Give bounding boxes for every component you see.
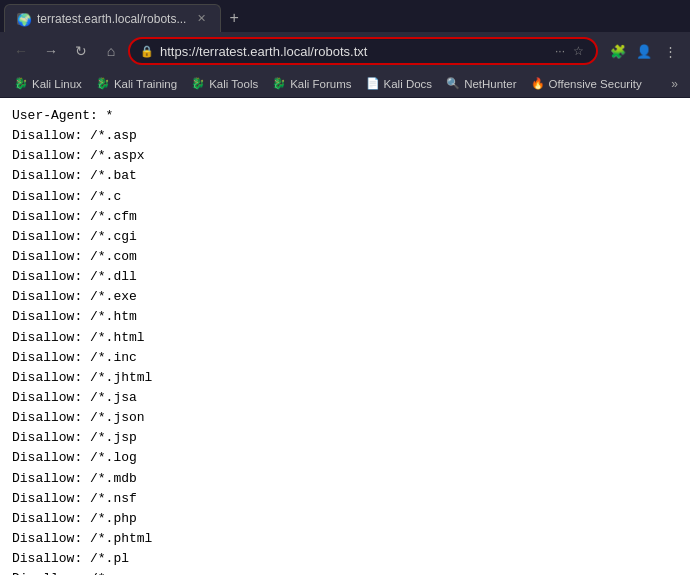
reload-icon: ↻ [75, 43, 87, 59]
robots-line-com: Disallow: /*.com [12, 247, 678, 267]
bookmark-kali-forums-label: Kali Forums [290, 78, 351, 90]
kali-forums-icon: 🐉 [272, 77, 286, 90]
robots-line-pl: Disallow: /*.pl [12, 549, 678, 569]
robots-line-asp: Disallow: /*.asp [12, 126, 678, 146]
kali-linux-icon: 🐉 [14, 77, 28, 90]
robots-line-htm: Disallow: /*.htm [12, 307, 678, 327]
tab-bar: 🌍 terratest.earth.local/robots... ✕ + [0, 0, 690, 32]
bookmark-kali-linux[interactable]: 🐉 Kali Linux [8, 75, 88, 92]
kali-training-icon: 🐉 [96, 77, 110, 90]
extensions-icon[interactable]: 🧩 [606, 39, 630, 63]
navigation-bar: ← → ↻ ⌂ 🔒 ··· ☆ 🧩 👤 ⋮ [0, 32, 690, 70]
address-bar[interactable]: 🔒 ··· ☆ [128, 37, 598, 65]
profile-icon[interactable]: 👤 [632, 39, 656, 63]
bookmark-kali-tools[interactable]: 🐉 Kali Tools [185, 75, 264, 92]
home-button[interactable]: ⌂ [98, 38, 124, 64]
robots-line-phtml: Disallow: /*.phtml [12, 529, 678, 549]
robots-line-inc: Disallow: /*.inc [12, 348, 678, 368]
forward-button[interactable]: → [38, 38, 64, 64]
robots-line-html: Disallow: /*.html [12, 328, 678, 348]
active-tab[interactable]: 🌍 terratest.earth.local/robots... ✕ [4, 4, 221, 32]
bookmark-offensive-security-label: Offensive Security [549, 78, 642, 90]
kali-docs-icon: 📄 [366, 77, 380, 90]
tab-title: terratest.earth.local/robots... [37, 12, 186, 26]
bookmarks-bar: 🐉 Kali Linux 🐉 Kali Training 🐉 Kali Tool… [0, 70, 690, 98]
robots-line-jsa: Disallow: /*.jsa [12, 388, 678, 408]
robots-line-c: Disallow: /*.c [12, 187, 678, 207]
robots-line-dll: Disallow: /*.dll [12, 267, 678, 287]
robots-line-cgi: Disallow: /*.cgi [12, 227, 678, 247]
robots-line-reg: Disallow: /*.reg [12, 569, 678, 575]
robots-line-aspx: Disallow: /*.aspx [12, 146, 678, 166]
forward-icon: → [44, 43, 58, 59]
bookmark-kali-training[interactable]: 🐉 Kali Training [90, 75, 183, 92]
tab-favicon: 🌍 [17, 13, 29, 25]
bookmark-nethunter[interactable]: 🔍 NetHunter [440, 75, 522, 92]
bookmark-kali-tools-label: Kali Tools [209, 78, 258, 90]
bookmarks-overflow-button[interactable]: » [667, 75, 682, 93]
robots-line-log: Disallow: /*.log [12, 448, 678, 468]
robots-line-nsf: Disallow: /*.nsf [12, 489, 678, 509]
robots-line-bat: Disallow: /*.bat [12, 166, 678, 186]
browser-menu-button[interactable]: ⋮ [658, 39, 682, 63]
robots-line-jsp: Disallow: /*.jsp [12, 428, 678, 448]
bookmark-kali-docs[interactable]: 📄 Kali Docs [360, 75, 439, 92]
bookmark-offensive-security[interactable]: 🔥 Offensive Security [525, 75, 648, 92]
more-options-icon[interactable]: ··· [553, 44, 567, 58]
home-icon: ⌂ [107, 43, 115, 59]
robots-line-mdb: Disallow: /*.mdb [12, 469, 678, 489]
new-tab-button[interactable]: + [221, 4, 246, 32]
page-content: User-Agent: * Disallow: /*.asp Disallow:… [0, 98, 690, 575]
security-icon: 🔒 [140, 45, 154, 58]
bookmark-kali-docs-label: Kali Docs [384, 78, 433, 90]
bookmark-nethunter-label: NetHunter [464, 78, 516, 90]
url-input[interactable] [160, 44, 547, 59]
back-icon: ← [14, 43, 28, 59]
bookmark-kali-training-label: Kali Training [114, 78, 177, 90]
robots-line-cfm: Disallow: /*.cfm [12, 207, 678, 227]
back-button[interactable]: ← [8, 38, 34, 64]
robots-line-exe: Disallow: /*.exe [12, 287, 678, 307]
tab-close-button[interactable]: ✕ [194, 12, 208, 26]
browser-menu-area: 🧩 👤 ⋮ [606, 39, 682, 63]
robots-line-useragent: User-Agent: * [12, 106, 678, 126]
robots-line-jhtml: Disallow: /*.jhtml [12, 368, 678, 388]
bookmark-kali-forums[interactable]: 🐉 Kali Forums [266, 75, 357, 92]
reload-button[interactable]: ↻ [68, 38, 94, 64]
bookmark-star-icon[interactable]: ☆ [571, 44, 586, 58]
robots-line-json: Disallow: /*.json [12, 408, 678, 428]
nethunter-icon: 🔍 [446, 77, 460, 90]
offensive-security-icon: 🔥 [531, 77, 545, 90]
robots-line-php: Disallow: /*.php [12, 509, 678, 529]
kali-tools-icon: 🐉 [191, 77, 205, 90]
address-bar-actions: ··· ☆ [553, 44, 586, 58]
bookmark-kali-linux-label: Kali Linux [32, 78, 82, 90]
